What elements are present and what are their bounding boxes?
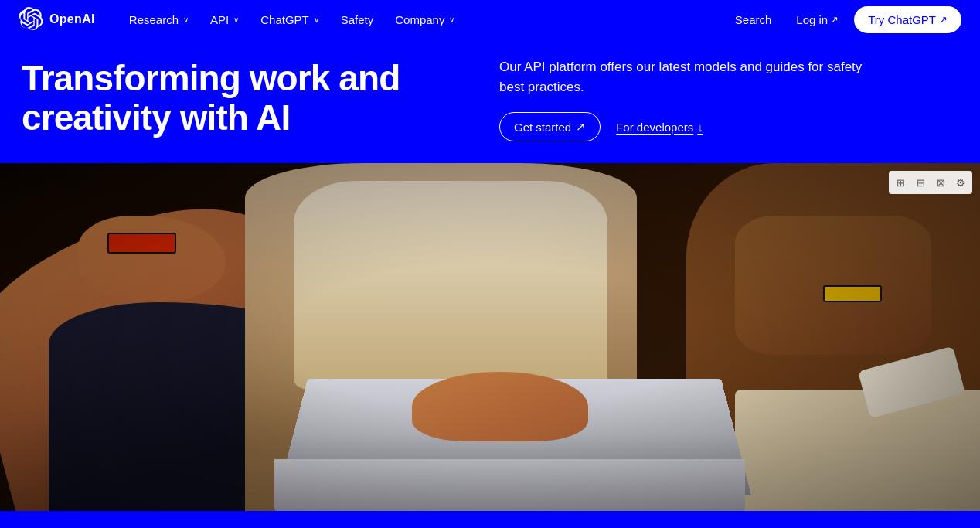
nav-right-actions: Search Log in ↗ Try ChatGPT ↗: [726, 6, 961, 33]
for-developers-button[interactable]: For developers ↓: [616, 121, 703, 134]
nav-api[interactable]: API ∨: [201, 9, 248, 31]
photo-background: [0, 163, 980, 511]
search-button[interactable]: Search: [726, 9, 781, 31]
image-tool-settings[interactable]: ⚙: [951, 173, 970, 192]
hero-image: ⊞ ⊟ ⊠ ⚙: [0, 163, 980, 511]
login-arrow-icon: ↗: [830, 14, 839, 26]
try-chatgpt-button[interactable]: Try ChatGPT ↗: [854, 6, 961, 33]
hero-buttons: Get started ↗ For developers ↓: [499, 112, 958, 141]
company-chevron-icon: ∨: [449, 15, 454, 24]
navbar: OpenAI Research ∨ API ∨ ChatGPT ∨ Safety…: [0, 0, 980, 39]
nav-safety[interactable]: Safety: [332, 9, 383, 31]
openai-logo-icon: [19, 7, 43, 32]
image-tool-1[interactable]: ⊞: [891, 173, 910, 192]
brand-name: OpenAI: [49, 12, 95, 26]
for-developers-arrow-icon: ↓: [697, 121, 703, 134]
nav-company[interactable]: Company ∨: [386, 9, 464, 31]
try-arrow-icon: ↗: [939, 14, 948, 26]
image-tool-3[interactable]: ⊠: [931, 173, 950, 192]
hand-on-laptop: [412, 372, 588, 441]
nav-chatgpt[interactable]: ChatGPT ∨: [251, 9, 328, 31]
chatgpt-chevron-icon: ∨: [314, 15, 319, 24]
get-started-arrow-icon: ↗: [576, 120, 586, 134]
nav-links: Research ∨ API ∨ ChatGPT ∨ Safety Compan…: [120, 9, 726, 31]
get-started-button[interactable]: Get started ↗: [499, 112, 601, 141]
image-toolbar: ⊞ ⊟ ⊠ ⚙: [889, 171, 972, 194]
hero-title: Transforming work and creativity with AI: [22, 59, 481, 137]
openai-logo[interactable]: OpenAI: [19, 7, 95, 32]
image-tool-2[interactable]: ⊟: [911, 173, 930, 192]
login-button[interactable]: Log in ↗: [787, 9, 848, 31]
nav-research[interactable]: Research ∨: [120, 9, 198, 31]
research-chevron-icon: ∨: [183, 15, 189, 24]
api-chevron-icon: ∨: [233, 15, 239, 24]
hero-description: Our API platform offers our latest model…: [499, 57, 870, 97]
photo-vignette: [0, 163, 980, 511]
hero-title-area: Transforming work and creativity with AI: [22, 59, 481, 137]
hero-right-area: Our API platform offers our latest model…: [499, 54, 958, 141]
hero-section: Transforming work and creativity with AI…: [0, 39, 980, 163]
